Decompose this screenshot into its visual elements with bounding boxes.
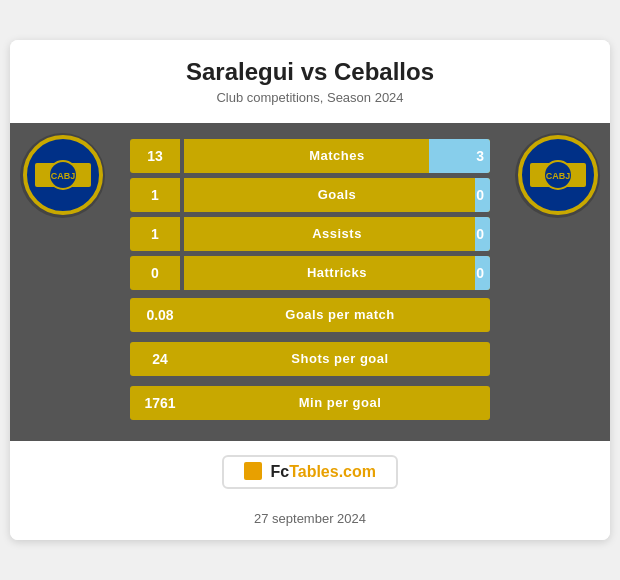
- stat-right-value: 0: [476, 265, 484, 281]
- stat-left-value: 1: [130, 217, 180, 251]
- stat-label: Hattricks: [184, 265, 490, 280]
- stat-right-value: 3: [476, 148, 484, 164]
- watermark-box: FcTables.com: [222, 455, 398, 490]
- stat-right-value: 0: [476, 187, 484, 203]
- stat-label: Matches: [184, 148, 490, 163]
- stat-full-label: Shots per goal: [190, 342, 490, 376]
- comparison-card: Saralegui vs Ceballos Club competitions,…: [10, 40, 610, 541]
- watermark-section: FcTables.com: [10, 441, 610, 504]
- card-header: Saralegui vs Ceballos Club competitions,…: [10, 40, 610, 123]
- stat-row: 1Assists0: [130, 217, 490, 251]
- stats-full-width: 0.08Goals per match24Shots per goal1761M…: [130, 298, 490, 425]
- watermark-text: FcTables.com: [270, 463, 376, 480]
- svg-point-7: [544, 161, 572, 189]
- stat-label: Goals: [184, 187, 490, 202]
- svg-text:CABJ: CABJ: [545, 171, 570, 181]
- stat-left-value: 1: [130, 178, 180, 212]
- stat-row-full: 1761Min per goal: [130, 386, 490, 420]
- left-team-logo: CABJ CABJ: [20, 133, 105, 218]
- stat-left-value: 13: [130, 139, 180, 173]
- watermark-accent: Tables.com: [289, 463, 376, 480]
- stat-bar: Assists0: [184, 217, 490, 251]
- chart-icon: [244, 462, 262, 480]
- svg-rect-1: [35, 163, 91, 187]
- stat-row-full: 0.08Goals per match: [130, 298, 490, 332]
- cabj-logo-left: CABJ CABJ: [23, 135, 103, 215]
- stat-bar: Matches3: [184, 139, 490, 173]
- stat-full-left-value: 0.08: [130, 298, 190, 332]
- svg-point-3: [49, 161, 77, 189]
- footer-date: 27 september 2024: [10, 503, 610, 540]
- stats-section: CABJ CABJ CABJ 13Matches31Goals01Assists…: [10, 123, 610, 441]
- cabj-logo-right: CABJ: [518, 135, 598, 215]
- stat-full-left-value: 24: [130, 342, 190, 376]
- stat-row: 1Goals0: [130, 178, 490, 212]
- stat-full-label: Goals per match: [190, 298, 490, 332]
- stat-row: 0Hattricks0: [130, 256, 490, 290]
- stats-with-right: 13Matches31Goals01Assists00Hattricks0: [130, 139, 490, 290]
- match-title: Saralegui vs Ceballos: [30, 58, 590, 86]
- svg-point-5: [520, 137, 596, 213]
- stat-bar: Hattricks0: [184, 256, 490, 290]
- svg-rect-6: [530, 163, 586, 187]
- stat-left-value: 0: [130, 256, 180, 290]
- right-team-logo: CABJ: [515, 133, 600, 218]
- stat-row: 13Matches3: [130, 139, 490, 173]
- stat-row-full: 24Shots per goal: [130, 342, 490, 376]
- stat-label: Assists: [184, 226, 490, 241]
- stat-bar: Goals0: [184, 178, 490, 212]
- stat-right-value: 0: [476, 226, 484, 242]
- stat-full-label: Min per goal: [190, 386, 490, 420]
- match-subtitle: Club competitions, Season 2024: [30, 90, 590, 105]
- svg-point-0: [25, 137, 101, 213]
- svg-text:CABJ: CABJ: [50, 171, 75, 181]
- svg-text:CABJ: CABJ: [49, 170, 76, 181]
- stat-full-left-value: 1761: [130, 386, 190, 420]
